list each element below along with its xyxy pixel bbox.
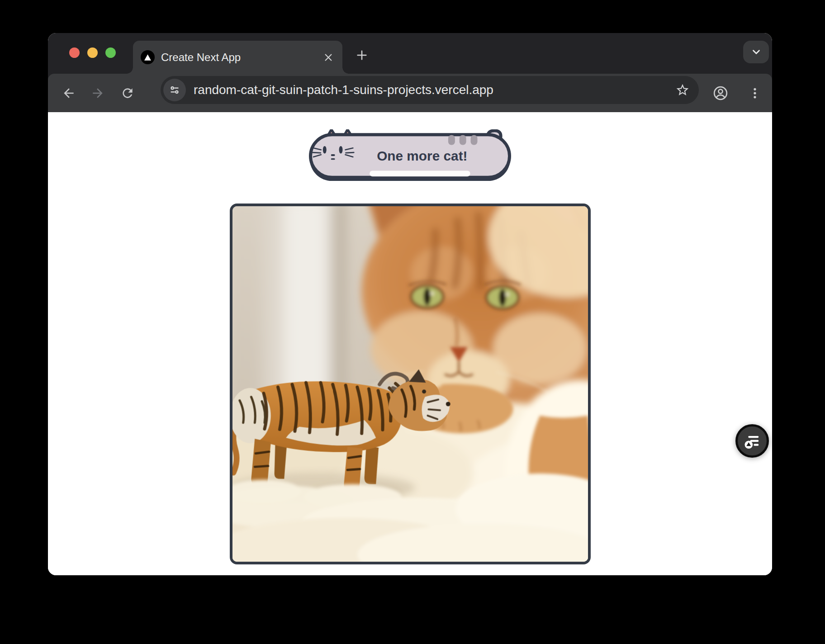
url-bar[interactable]: random-cat-git-suin-patch-1-suins-projec…: [161, 76, 699, 104]
reload-icon[interactable]: [118, 84, 137, 103]
web-page: One more cat!: [48, 112, 772, 575]
titlebar: Create Next App: [48, 33, 772, 74]
forward-arrow-icon[interactable]: [88, 84, 107, 103]
menu-dots-icon[interactable]: [746, 84, 763, 103]
toolbar: random-cat-git-suin-patch-1-suins-projec…: [48, 74, 772, 112]
new-tab-plus-icon[interactable]: [352, 45, 372, 65]
back-arrow-icon[interactable]: [59, 84, 78, 103]
profile-icon[interactable]: [711, 84, 730, 103]
cat-button-label: One more cat!: [377, 148, 467, 163]
browser-tab[interactable]: Create Next App: [133, 41, 342, 74]
site-settings-tune-icon[interactable]: [163, 79, 186, 101]
traffic-close-icon[interactable]: [69, 47, 80, 58]
tab-title: Create Next App: [161, 51, 321, 64]
vercel-triangle-icon: [141, 50, 155, 64]
traffic-zoom-icon[interactable]: [105, 47, 116, 58]
url-text: random-cat-git-suin-patch-1-suins-projec…: [194, 83, 673, 97]
browser-window: Create Next App: [48, 33, 772, 575]
bookmark-star-icon[interactable]: [673, 81, 692, 99]
traffic-minimize-icon[interactable]: [87, 47, 98, 58]
browser-chrome: Create Next App: [48, 33, 772, 112]
vercel-toolbar-button[interactable]: [735, 424, 769, 458]
one-more-cat-button[interactable]: One more cat!: [309, 129, 511, 183]
tab-close-icon[interactable]: [321, 50, 336, 65]
desktop: { "browser": { "tab": { "title": "Create…: [0, 0, 825, 644]
cat-photo: [230, 204, 591, 564]
tab-search-chevron-icon[interactable]: [743, 41, 769, 63]
